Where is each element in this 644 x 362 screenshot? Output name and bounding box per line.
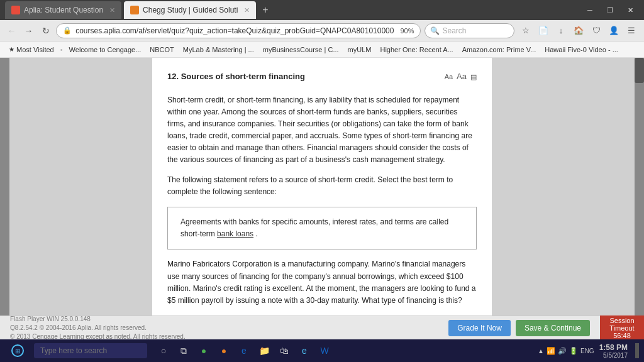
session-timeout-time: 56:48	[613, 332, 631, 339]
taskbar-chrome-icon[interactable]: ●	[196, 343, 211, 358]
tray-up-arrow[interactable]: ▲	[538, 348, 544, 354]
main-content: 12. Sources of short-term financing Aa A…	[9, 58, 635, 315]
quiz-footer-bar: Flash Player WIN 25.0.0.148 Q8.2.54.2 © …	[0, 315, 644, 339]
security-btn[interactable]: 🛡	[589, 23, 604, 38]
font-controls: Aa Aa ▤	[445, 70, 477, 83]
bookmark-mylab[interactable]: MyLab & Mastering | ...	[179, 45, 258, 55]
bookmark-nbcot-label: NBCOT	[150, 46, 174, 53]
back-btn[interactable]: ←	[5, 23, 18, 38]
taskbar-firefox-icon[interactable]: ●	[216, 343, 231, 358]
bookmark-higher-one[interactable]: Higher One: Recent A...	[376, 45, 457, 55]
font-large-btn[interactable]: Aa	[457, 70, 467, 83]
question-number: 12.	[167, 72, 179, 81]
bookmark-hawaii-label: Hawaii Five-0 Video - ...	[545, 46, 618, 53]
tray-battery-icon[interactable]: 🔋	[569, 347, 578, 355]
taskbar-word-icon[interactable]: W	[317, 343, 332, 358]
taskbar-edge-icon[interactable]: e	[297, 343, 312, 358]
window-controls: ─ ❐ ✕	[581, 4, 639, 16]
bookmark-higher-one-label: Higher One: Recent A...	[380, 46, 453, 53]
tray-icons: ▲ 📶 🔊 🔋 ENG	[538, 347, 594, 355]
save-continue-btn[interactable]: Save & Continue	[516, 320, 590, 336]
taskbar-tray: ▲ 📶 🔊 🔋 ENG 1:58 PM 5/5/2017	[538, 343, 639, 359]
bookmark-most-visited[interactable]: ★ Most Visited	[5, 45, 58, 55]
tab-aplia[interactable]: Aplia: Student Question ✕	[5, 1, 121, 19]
fill-answer: bank loans	[217, 229, 253, 238]
download-btn[interactable]: ↓	[553, 23, 569, 38]
search-bar[interactable]: 🔍 Search	[425, 23, 514, 38]
most-visited-icon: ★	[9, 46, 14, 53]
bookmark-mybusiness-label: myBusinessCourse | C...	[263, 46, 339, 53]
menu-btn[interactable]: ☰	[624, 23, 639, 38]
intro-paragraph: Short-term credit, or short-term financi…	[167, 94, 477, 167]
tray-keyboard-icon[interactable]: ENG	[580, 348, 594, 354]
refresh-btn[interactable]: ↻	[39, 23, 52, 38]
search-placeholder: Search	[442, 26, 466, 35]
bookmark-page-btn[interactable]: 📄	[536, 23, 551, 38]
scenario-text: Marino Fabricators Corporation is a manu…	[167, 258, 477, 307]
forward-btn[interactable]: →	[22, 23, 35, 38]
windows-logo: ⊞	[11, 344, 24, 357]
browser-toolbar-icons: ☆ 📄 ↓ 🏠 🛡 👤 ☰	[518, 23, 639, 38]
time-display[interactable]: 1:58 PM 5/5/2017	[599, 343, 628, 359]
fill-after-text: .	[255, 229, 257, 238]
footer-line1: Flash Player WIN 25.0.0.148	[10, 315, 448, 324]
bm-sep1: •	[60, 46, 63, 53]
bookmarks-bar: ★ Most Visited • Welcome to Cengage... N…	[0, 41, 644, 58]
footer-line3: © 2013 Cengage Learning except as noted.…	[10, 332, 448, 340]
restore-btn[interactable]: ❐	[601, 4, 619, 16]
footer-copyright: Flash Player WIN 25.0.0.148 Q8.2.54.2 © …	[0, 315, 448, 340]
bookmark-myulm-label: myULM	[348, 46, 372, 53]
sidebar-right[interactable]	[635, 58, 644, 315]
zoom-level: 90%	[400, 27, 414, 35]
session-timeout-box: SessionTimeout 56:48	[600, 315, 644, 340]
bookmark-amazon[interactable]: Amazon.com: Prime V...	[458, 45, 540, 55]
taskbar-ie-icon[interactable]: e	[236, 343, 252, 358]
bookmark-most-visited-label: Most Visited	[16, 46, 54, 53]
tab-chegg[interactable]: Chegg Study | Guided Soluti ✕	[124, 1, 256, 19]
taskbar-cortana-icon[interactable]: ○	[156, 343, 171, 358]
minimize-btn[interactable]: ─	[581, 4, 599, 16]
profile-btn[interactable]: 👤	[606, 23, 621, 38]
tab-chegg-close[interactable]: ✕	[244, 6, 250, 14]
taskbar-pinned-icons: ○ ⧉ ● ● e 📁 🛍 e W	[156, 343, 332, 358]
tray-volume-icon[interactable]: 🔊	[558, 347, 567, 355]
show-desktop-btn[interactable]	[635, 343, 639, 358]
bookmark-star-btn[interactable]: ☆	[518, 23, 533, 38]
bookmark-nbcot[interactable]: NBCOT	[146, 45, 178, 55]
bookmark-amazon-label: Amazon.com: Prime V...	[462, 46, 536, 53]
taskbar-store-icon[interactable]: 🛍	[277, 343, 292, 358]
clock-date: 5/5/2017	[599, 352, 628, 359]
start-button[interactable]: ⊞	[5, 342, 30, 359]
taskbar-task-view-icon[interactable]: ⧉	[176, 343, 191, 358]
grade-it-now-btn[interactable]: Grade It Now	[448, 320, 511, 336]
font-small-btn[interactable]: Aa	[445, 72, 453, 82]
new-tab-btn[interactable]: +	[262, 4, 268, 16]
url-text: courses.aplia.com/af/servlet/quiz?quiz_a…	[75, 26, 394, 35]
bookmark-myulm[interactable]: myULM	[344, 45, 375, 55]
question-title: Sources of short-term financing	[181, 72, 305, 81]
taskbar-search-input[interactable]	[34, 343, 147, 358]
tray-network-icon[interactable]: 📶	[547, 347, 555, 355]
aplia-favicon	[11, 6, 20, 14]
quiz-panel: 12. Sources of short-term financing Aa A…	[152, 58, 492, 315]
chegg-favicon	[130, 6, 139, 14]
tab-chegg-label: Chegg Study | Guided Soluti	[143, 6, 238, 14]
scroll-handle[interactable]	[635, 58, 644, 83]
statement-intro: The following statement refers to a sour…	[167, 174, 477, 198]
tab-aplia-close[interactable]: ✕	[109, 6, 115, 14]
url-bar[interactable]: 🔒 courses.aplia.com/af/servlet/quiz?quiz…	[56, 23, 421, 38]
fill-statement-box: Agreements with banks for specific amoun…	[167, 207, 477, 250]
clock-time: 1:58 PM	[599, 343, 628, 352]
session-timeout-label: SessionTimeout	[609, 317, 634, 332]
close-btn[interactable]: ✕	[621, 4, 639, 16]
taskbar-folder-icon[interactable]: 📁	[257, 343, 272, 358]
bookmark-mybusiness[interactable]: myBusinessCourse | C...	[259, 45, 343, 55]
bookmark-cengage-label: Welcome to Cengage...	[69, 46, 142, 53]
footer-line2: Q8.2.54.2 © 2004-2016 Aplia. All rights …	[10, 324, 448, 332]
question-header: 12. Sources of short-term financing	[167, 70, 305, 83]
footer-actions: Grade It Now Save & Continue	[448, 320, 600, 336]
bookmark-cengage[interactable]: Welcome to Cengage...	[65, 45, 145, 55]
bookmark-hawaii[interactable]: Hawaii Five-0 Video - ...	[541, 45, 622, 55]
home-btn[interactable]: 🏠	[571, 23, 586, 38]
print-btn[interactable]: ▤	[470, 72, 477, 82]
